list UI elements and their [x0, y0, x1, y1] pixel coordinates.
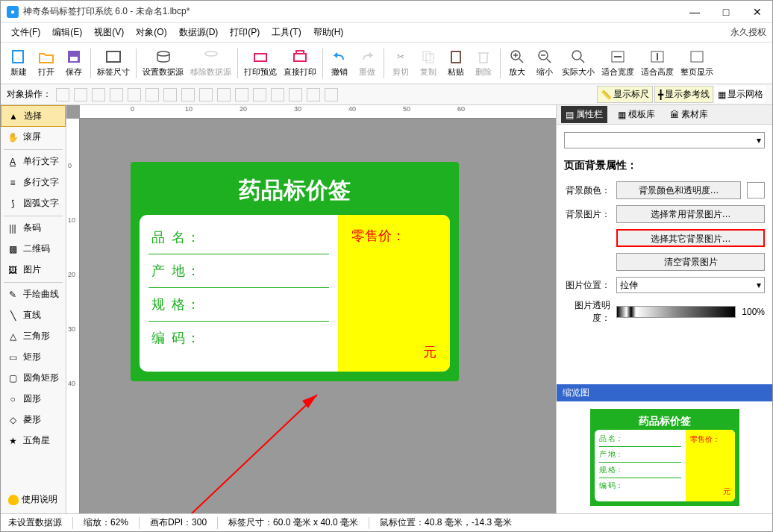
- help-button[interactable]: 使用说明: [5, 490, 60, 509]
- tool-barcode[interactable]: |||条码: [1, 218, 66, 239]
- zoom-out-button[interactable]: 缩小: [531, 47, 558, 79]
- show-grid-toggle[interactable]: ▦显示网格: [715, 86, 766, 103]
- menu-help[interactable]: 帮助(H): [309, 24, 348, 41]
- maximize-button[interactable]: □: [717, 3, 735, 21]
- open-button[interactable]: 打开: [33, 47, 60, 79]
- zoomin-icon: [508, 48, 526, 65]
- tool-pan[interactable]: ✋滚屏: [1, 127, 66, 148]
- canvas-area[interactable]: 0 10 20 30 40 50 60 0 10 20 30 40 药品标价签 …: [66, 105, 556, 513]
- tab-assets[interactable]: 🏛素材库: [666, 106, 713, 123]
- minimize-button[interactable]: —: [686, 3, 704, 21]
- object-selector[interactable]: ▾: [564, 132, 765, 148]
- ruler-horizontal: 0 10 20 30 40 50 60: [80, 105, 556, 119]
- fit-width-button[interactable]: 适合宽度: [598, 47, 637, 79]
- roundrect-icon: ▢: [7, 372, 19, 384]
- titlebar: ● 神奇条码标签打印系统 6.0 - 未命名1.lbcp* — □ ✕: [1, 1, 772, 23]
- show-guides-toggle[interactable]: ╋显示参考线: [654, 86, 713, 103]
- svg-rect-17: [691, 51, 703, 62]
- tool-image[interactable]: 🖼图片: [1, 260, 66, 281]
- preview-thumbnail: 药品标价签 品 名： 产 地： 规 格： 编 码： 零售价： 元: [590, 409, 739, 506]
- preview-box: 药品标价签 品 名： 产 地： 规 格： 编 码： 零售价： 元: [557, 401, 772, 513]
- tool-text-single[interactable]: A单行文字: [1, 151, 66, 172]
- open-icon: [37, 48, 55, 65]
- menu-file[interactable]: 文件(F): [7, 24, 45, 41]
- bg-clear-button[interactable]: 清空背景图片: [616, 253, 765, 271]
- redo-icon: [358, 48, 376, 65]
- tool-circle[interactable]: ○圆形: [1, 389, 66, 410]
- svg-rect-7: [294, 54, 306, 61]
- show-ruler-toggle[interactable]: 📏显示标尺: [597, 86, 653, 103]
- object-icons: [56, 88, 338, 101]
- tool-qrcode[interactable]: ▩二维码: [1, 239, 66, 260]
- menu-print[interactable]: 打印(P): [225, 24, 264, 41]
- tool-select[interactable]: ▲选择: [1, 105, 66, 127]
- bg-common-button[interactable]: 选择常用背景图片…: [616, 205, 765, 223]
- svg-rect-3: [107, 51, 120, 62]
- actual-icon: [569, 48, 587, 65]
- guide-icon: ╋: [658, 90, 663, 100]
- tool-line[interactable]: ╲直线: [1, 305, 66, 326]
- object-toolbar: 对象操作： 📏显示标尺 ╋显示参考线 ▦显示网格: [1, 84, 772, 105]
- svg-point-5: [205, 51, 217, 56]
- tool-triangle[interactable]: △三角形: [1, 326, 66, 347]
- object-label: 对象操作：: [7, 88, 51, 101]
- svg-point-4: [157, 51, 169, 56]
- status-dpi: 画布DPI：300: [150, 516, 207, 529]
- svg-point-14: [572, 51, 581, 60]
- label-design[interactable]: 药品标价签 品 名： 产 地： 规 格： 编 码： 零售价： 元: [131, 162, 459, 381]
- label-size-button[interactable]: 标签尺寸: [94, 47, 133, 79]
- actual-size-button[interactable]: 实际大小: [559, 47, 598, 79]
- cut-button[interactable]: ✂剪切: [387, 47, 414, 79]
- canvas[interactable]: 药品标价签 品 名： 产 地： 规 格： 编 码： 零售价： 元: [80, 119, 556, 513]
- img-pos-combo[interactable]: 拉伸▾: [616, 277, 765, 293]
- window-title: 神奇条码标签打印系统 6.0 - 未命名1.lbcp*: [23, 5, 686, 18]
- menu-datasource[interactable]: 数据源(D): [175, 24, 223, 41]
- menu-object[interactable]: 对象(O): [131, 24, 171, 41]
- svg-rect-10: [426, 54, 434, 63]
- copy-button[interactable]: 复制: [415, 47, 442, 79]
- delete-button[interactable]: 删除: [470, 47, 497, 79]
- fit-page-button[interactable]: 整页显示: [677, 47, 716, 79]
- fitw-icon: [609, 48, 627, 65]
- copy-icon: [419, 48, 437, 65]
- price-label: 零售价：: [351, 227, 405, 245]
- menu-edit[interactable]: 编辑(E): [48, 24, 87, 41]
- color-swatch[interactable]: [747, 182, 765, 198]
- svg-rect-2: [70, 57, 78, 61]
- tool-diamond[interactable]: ◇菱形: [1, 410, 66, 431]
- new-button[interactable]: 新建: [5, 47, 32, 79]
- preview-icon: [251, 48, 269, 65]
- save-button[interactable]: 保存: [60, 47, 87, 79]
- print-preview-button[interactable]: 打印预览: [241, 47, 280, 79]
- opacity-label: 图片透明度：: [564, 299, 610, 325]
- close-button[interactable]: ✕: [748, 3, 766, 21]
- status-mouse: 鼠标位置：40.8 毫米，-14.3 毫米: [380, 516, 512, 529]
- tool-rect[interactable]: ▭矩形: [1, 347, 66, 368]
- bg-color-button[interactable]: 背景颜色和透明度…: [616, 181, 741, 199]
- tool-text-multi[interactable]: ≡多行文字: [1, 172, 66, 193]
- fit-height-button[interactable]: 适合高度: [638, 47, 677, 79]
- zoom-in-button[interactable]: 放大: [504, 47, 531, 79]
- bg-other-button[interactable]: 选择其它背景图片…: [616, 229, 765, 247]
- circle-icon: ○: [7, 393, 19, 405]
- menu-view[interactable]: 视图(V): [90, 24, 128, 41]
- tool-freehand[interactable]: ✎手绘曲线: [1, 284, 66, 305]
- tool-star[interactable]: ★五角星: [1, 431, 66, 451]
- status-datasource: 未设置数据源: [8, 516, 62, 529]
- ruler-vertical: 0 10 20 30 40: [66, 119, 80, 513]
- remove-datasource-button[interactable]: 移除数据源: [187, 47, 234, 79]
- print-icon: [291, 48, 309, 65]
- tab-properties[interactable]: ▤属性栏: [561, 106, 607, 123]
- tool-roundrect[interactable]: ▢圆角矩形: [1, 368, 66, 389]
- menu-tools[interactable]: 工具(T): [267, 24, 305, 41]
- paste-button[interactable]: 粘贴: [442, 47, 469, 79]
- opacity-slider[interactable]: [616, 306, 736, 318]
- undo-button[interactable]: 撤销: [326, 47, 353, 79]
- redo-button[interactable]: 重做: [354, 47, 381, 79]
- set-datasource-button[interactable]: 设置数据源: [140, 47, 187, 79]
- print-button[interactable]: 直接打印: [281, 47, 319, 79]
- tab-templates[interactable]: ▦模板库: [613, 106, 660, 123]
- arctext-icon: ⟆: [7, 198, 19, 210]
- tool-text-arc[interactable]: ⟆圆弧文字: [1, 193, 66, 214]
- main-toolbar: 新建 打开 保存 标签尺寸 设置数据源 移除数据源 打印预览 直接打印 撤销 重…: [1, 43, 772, 84]
